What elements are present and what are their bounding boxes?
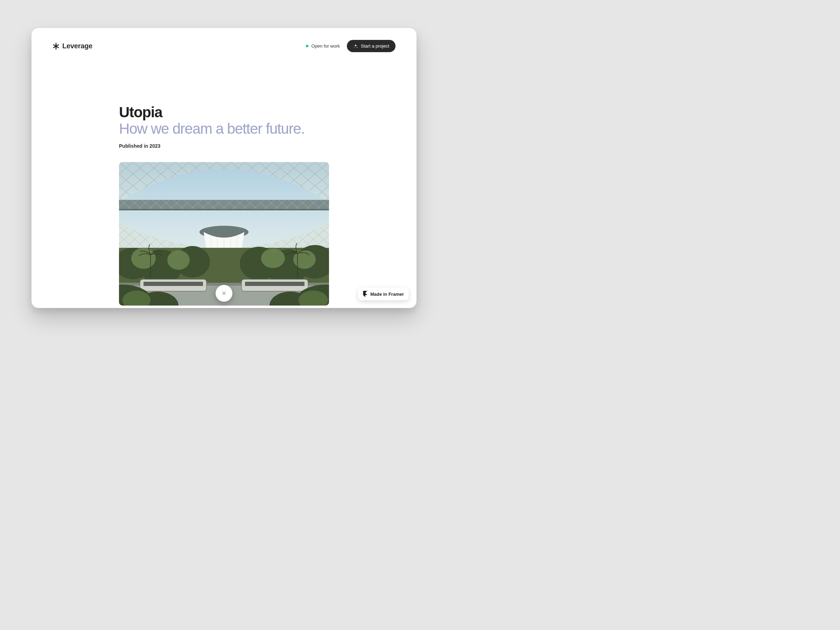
article-meta: Published in 2023 bbox=[119, 143, 329, 149]
svg-point-19 bbox=[261, 248, 285, 268]
status-label: Open for work bbox=[311, 43, 340, 49]
close-button[interactable] bbox=[216, 285, 232, 302]
app-window: Leverage Open for work Start a project U… bbox=[32, 28, 417, 308]
close-icon bbox=[221, 291, 227, 296]
framer-badge[interactable]: Made in Framer bbox=[358, 288, 409, 300]
article-title: Utopia bbox=[119, 105, 329, 120]
framer-badge-label: Made in Framer bbox=[370, 292, 404, 297]
asterisk-icon bbox=[52, 43, 60, 50]
svg-rect-3 bbox=[119, 209, 329, 210]
framer-icon bbox=[363, 291, 368, 297]
svg-rect-2 bbox=[119, 200, 329, 210]
availability-status: Open for work bbox=[306, 43, 340, 49]
header-right: Open for work Start a project bbox=[306, 40, 395, 52]
brand-name: Leverage bbox=[62, 42, 92, 50]
svg-point-18 bbox=[167, 250, 190, 270]
cta-label: Start a project bbox=[361, 43, 389, 49]
hero-image bbox=[119, 162, 329, 306]
article-header: Utopia How we dream a better future. Pub… bbox=[119, 105, 329, 306]
status-dot-icon bbox=[306, 45, 308, 47]
brand-logo[interactable]: Leverage bbox=[52, 42, 92, 50]
sparkle-icon bbox=[353, 44, 358, 49]
start-project-button[interactable]: Start a project bbox=[347, 40, 395, 52]
article-subtitle: How we dream a better future. bbox=[119, 121, 329, 137]
header: Leverage Open for work Start a project bbox=[32, 28, 417, 52]
svg-rect-27 bbox=[144, 282, 203, 286]
svg-rect-30 bbox=[245, 282, 305, 286]
main-content: Utopia How we dream a better future. Pub… bbox=[32, 52, 417, 306]
